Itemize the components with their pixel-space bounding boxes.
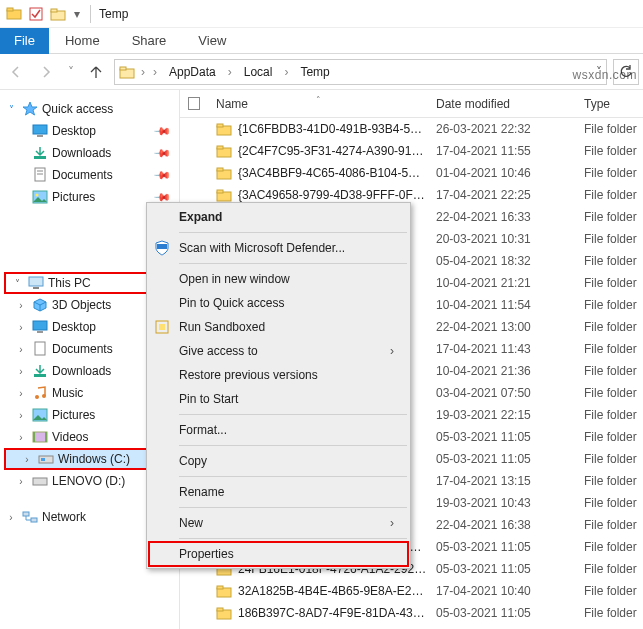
- window-title: Temp: [99, 7, 128, 21]
- svg-rect-37: [217, 168, 223, 171]
- table-row[interactable]: 32A1825B-4B4E-4B65-9E8A-E2602FCD…17-04-2…: [180, 580, 643, 602]
- menu-new[interactable]: New›: [149, 511, 408, 535]
- file-type: File folder: [576, 496, 643, 510]
- chevron-right-icon[interactable]: ›: [14, 344, 28, 355]
- nav-back[interactable]: [4, 60, 28, 84]
- svg-rect-24: [33, 432, 47, 442]
- file-type: File folder: [576, 342, 643, 356]
- nav-downloads[interactable]: Downloads 📌: [0, 142, 179, 164]
- table-row[interactable]: {2C4F7C95-3F31-4274-A390-9148448A…17-04-…: [180, 140, 643, 162]
- chevron-right-icon[interactable]: ›: [151, 65, 159, 79]
- chevron-right-icon[interactable]: ›: [139, 65, 147, 79]
- nav-up[interactable]: [84, 60, 108, 84]
- nav-desktop[interactable]: Desktop 📌: [0, 120, 179, 142]
- address-path[interactable]: › › AppData › Local › Temp ˅: [114, 59, 607, 85]
- nav-forward[interactable]: [34, 60, 58, 84]
- crumb-temp[interactable]: Temp: [294, 65, 335, 79]
- menu-run-sandboxed[interactable]: Run Sandboxed: [149, 315, 408, 339]
- crumb-local[interactable]: Local: [238, 65, 279, 79]
- divider: [179, 507, 407, 508]
- chevron-right-icon[interactable]: ›: [14, 432, 28, 443]
- file-date: 19-03-2021 22:15: [428, 408, 576, 422]
- menu-scan-defender[interactable]: Scan with Microsoft Defender...: [149, 236, 408, 260]
- music-icon: [32, 385, 48, 401]
- tab-file[interactable]: File: [0, 28, 49, 54]
- folder-qat-icon[interactable]: [50, 6, 66, 22]
- file-type: File folder: [576, 232, 643, 246]
- file-date: 10-04-2021 21:36: [428, 364, 576, 378]
- properties-qat-icon[interactable]: [28, 6, 44, 22]
- svg-rect-2: [30, 8, 42, 20]
- svg-rect-1: [7, 8, 13, 11]
- svg-rect-18: [37, 331, 43, 333]
- menu-label: Pin to Quick access: [175, 296, 408, 310]
- chevron-down-icon[interactable]: ˅: [10, 278, 24, 289]
- nav-recent-dropdown[interactable]: ˅: [64, 60, 78, 84]
- crumb-appdata[interactable]: AppData: [163, 65, 222, 79]
- column-type[interactable]: Type: [576, 97, 643, 111]
- table-row[interactable]: {3AC4BBF9-4C65-4086-B104-5DF3482…01-04-2…: [180, 162, 643, 184]
- menu-copy[interactable]: Copy: [149, 449, 408, 473]
- menu-expand[interactable]: Expand: [149, 205, 408, 229]
- file-date: 22-04-2021 16:38: [428, 518, 576, 532]
- chevron-right-icon[interactable]: ›: [226, 65, 234, 79]
- menu-restore[interactable]: Restore previous versions: [149, 363, 408, 387]
- folder-icon: [6, 6, 22, 22]
- menu-format[interactable]: Format...: [149, 418, 408, 442]
- tab-home[interactable]: Home: [49, 28, 116, 54]
- file-date: 05-03-2021 11:05: [428, 452, 576, 466]
- file-date: 05-03-2021 11:05: [428, 540, 576, 554]
- file-type: File folder: [576, 408, 643, 422]
- file-type: File folder: [576, 606, 643, 620]
- documents-icon: [32, 167, 48, 183]
- menu-properties[interactable]: Properties: [149, 542, 408, 566]
- file-type: File folder: [576, 122, 643, 136]
- file-date: 26-03-2021 22:32: [428, 122, 576, 136]
- svg-rect-17: [33, 321, 47, 330]
- chevron-down-icon[interactable]: ˅: [4, 104, 18, 115]
- tab-view[interactable]: View: [182, 28, 242, 54]
- ribbon: File Home Share View: [0, 28, 643, 54]
- file-date: 17-04-2021 11:55: [428, 144, 576, 158]
- svg-point-14: [36, 194, 39, 197]
- file-date: 01-04-2021 10:46: [428, 166, 576, 180]
- nav-label: Network: [42, 510, 86, 524]
- menu-label: Rename: [175, 485, 408, 499]
- chevron-right-icon[interactable]: ›: [4, 512, 18, 523]
- svg-rect-16: [33, 287, 39, 289]
- menu-rename[interactable]: Rename: [149, 480, 408, 504]
- nav-documents[interactable]: Documents 📌: [0, 164, 179, 186]
- table-row[interactable]: 186B397C-8AD7-4F9E-81DA-43AFF4D…05-03-20…: [180, 602, 643, 624]
- svg-rect-7: [33, 125, 47, 134]
- chevron-right-icon[interactable]: ›: [14, 410, 28, 421]
- chevron-right-icon[interactable]: ›: [14, 388, 28, 399]
- watermark: wsxdn.com: [572, 68, 637, 82]
- column-name[interactable]: Name ˄: [208, 97, 428, 111]
- file-name: 186B397C-8AD7-4F9E-81DA-43AFF4D…: [238, 606, 428, 620]
- menu-open-new-window[interactable]: Open in new window: [149, 267, 408, 291]
- chevron-right-icon[interactable]: ›: [14, 476, 28, 487]
- file-date: 22-04-2021 13:00: [428, 320, 576, 334]
- chevron-right-icon[interactable]: ›: [20, 454, 34, 465]
- menu-give-access[interactable]: Give access to›: [149, 339, 408, 363]
- column-date[interactable]: Date modified: [428, 97, 576, 111]
- qat-dropdown-icon[interactable]: ▾: [72, 6, 82, 22]
- menu-pin-quick[interactable]: Pin to Quick access: [149, 291, 408, 315]
- pin-icon: 📌: [152, 121, 171, 140]
- menu-pin-start[interactable]: Pin to Start: [149, 387, 408, 411]
- chevron-right-icon[interactable]: ›: [14, 366, 28, 377]
- file-date: 20-03-2021 10:31: [428, 232, 576, 246]
- nav-quick-access[interactable]: ˅ Quick access: [0, 98, 179, 120]
- chevron-right-icon[interactable]: ›: [14, 300, 28, 311]
- file-type: File folder: [576, 166, 643, 180]
- table-row[interactable]: {1C6FBDB3-41D0-491B-93B4-5D40D15…26-03-2…: [180, 118, 643, 140]
- chevron-right-icon[interactable]: ›: [282, 65, 290, 79]
- file-type: File folder: [576, 298, 643, 312]
- svg-rect-20: [34, 374, 46, 377]
- tab-share[interactable]: Share: [116, 28, 183, 54]
- select-all-checkbox[interactable]: [180, 97, 208, 110]
- divider: [179, 538, 407, 539]
- context-menu: Expand Scan with Microsoft Defender... O…: [146, 202, 411, 569]
- chevron-right-icon[interactable]: ›: [14, 322, 28, 333]
- file-type: File folder: [576, 386, 643, 400]
